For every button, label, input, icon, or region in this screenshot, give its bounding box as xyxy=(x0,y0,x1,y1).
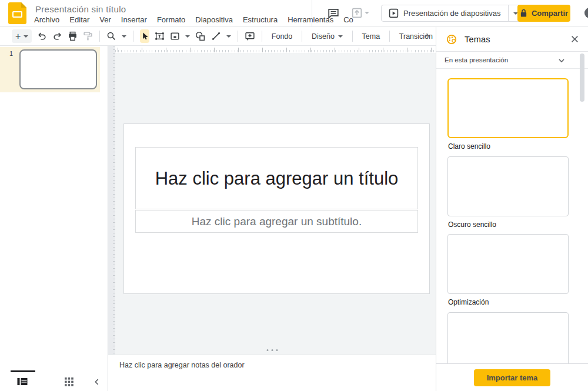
logo-fold-shadow xyxy=(21,2,26,8)
header-divider xyxy=(312,0,312,26)
toolbar-divider xyxy=(262,31,262,42)
close-panel-button[interactable] xyxy=(570,35,580,44)
plus-icon: + xyxy=(15,31,21,42)
themes-panel: Temas En esta presentación Claro sencill… xyxy=(436,27,588,391)
slide-number: 1 xyxy=(9,50,13,57)
menu-item-formato[interactable]: Formato xyxy=(157,15,185,26)
slideshow-button[interactable]: Presentación de diapositivas xyxy=(382,5,508,21)
palette-icon xyxy=(446,34,457,45)
line-dropdown-caret[interactable] xyxy=(226,35,231,38)
menu-item-diapositiva[interactable]: Diapositiva xyxy=(195,15,233,26)
open-comments-button[interactable] xyxy=(327,7,340,20)
text-box-icon xyxy=(155,31,165,41)
filmstrip-footer xyxy=(0,370,108,391)
subtitle-placeholder-text: Haz clic para agregar un subtítulo. xyxy=(192,215,362,228)
selected-view-indicator xyxy=(11,370,35,372)
logo-slide-glyph xyxy=(12,11,22,18)
title-placeholder[interactable]: Haz clic para agregar un título xyxy=(135,147,418,209)
collapse-toolbar-button[interactable] xyxy=(423,32,433,41)
theme-claro-sencillo[interactable] xyxy=(447,78,569,138)
menu-item-ver[interactable]: Ver xyxy=(99,15,111,26)
printer-icon xyxy=(68,31,78,41)
layout-dropdown-caret xyxy=(338,35,343,38)
theme-button-label: Tema xyxy=(362,32,380,41)
shape-icon xyxy=(195,31,206,41)
filmstrip-view-button[interactable] xyxy=(17,377,28,386)
slideshow-split-button: Presentación de diapositivas xyxy=(381,5,523,22)
current-slide[interactable]: Haz clic para agregar un título Haz clic… xyxy=(123,123,430,294)
comment-icon xyxy=(328,8,339,19)
layout-button-label: Diseño xyxy=(312,32,335,41)
themes-panel-header: Temas xyxy=(436,27,588,52)
image-icon xyxy=(170,31,180,41)
share-button[interactable]: Compartir xyxy=(517,5,570,22)
insert-shape-button[interactable] xyxy=(195,29,206,44)
present-disabled-button xyxy=(352,8,369,18)
theme-label-optimizacion: Optimización xyxy=(448,298,489,306)
undo-icon xyxy=(37,31,47,41)
notes-resize-handle[interactable] xyxy=(266,349,278,351)
menu-item-insertar[interactable]: Insertar xyxy=(121,15,147,26)
panel-scrollbar[interactable] xyxy=(580,54,584,102)
google-slides-app: Presentación sin título Archivo Editar V… xyxy=(0,0,588,391)
theme-oscuro-sencillo[interactable] xyxy=(447,156,569,216)
subtitle-placeholder[interactable]: Haz clic para agregar un subtítulo. xyxy=(135,210,418,233)
collapse-filmstrip-button[interactable] xyxy=(92,377,101,386)
layout-button[interactable]: Diseño xyxy=(309,29,346,44)
insert-image-button[interactable] xyxy=(170,29,180,44)
vertical-ruler xyxy=(108,46,115,355)
toolbar-divider xyxy=(389,31,390,42)
menu-item-estructura[interactable]: Estructura xyxy=(243,15,278,26)
toolbar-divider xyxy=(133,31,133,42)
zoom-button[interactable] xyxy=(106,29,116,44)
toolbar-divider xyxy=(302,31,302,42)
menu-item-archivo[interactable]: Archivo xyxy=(34,15,59,26)
chevron-left-icon xyxy=(92,377,101,386)
cursor-icon xyxy=(141,32,149,41)
present-dropdown-caret xyxy=(365,12,369,14)
share-button-label: Compartir xyxy=(532,9,568,18)
insert-line-button[interactable] xyxy=(211,29,221,44)
print-button[interactable] xyxy=(68,29,78,44)
import-theme-button[interactable]: Importar tema xyxy=(474,369,550,386)
chevron-down-icon xyxy=(557,56,566,65)
avatar[interactable] xyxy=(584,8,588,18)
new-slide-dropdown-caret[interactable] xyxy=(24,35,28,38)
slide-1-thumbnail[interactable] xyxy=(19,49,97,89)
zoom-dropdown-caret[interactable] xyxy=(122,35,126,38)
section-label: En esta presentación xyxy=(445,56,508,64)
menu-item-editar[interactable]: Editar xyxy=(69,15,89,26)
text-box-button[interactable] xyxy=(155,29,165,44)
chevron-up-icon xyxy=(423,32,432,40)
redo-button[interactable] xyxy=(52,29,62,44)
present-up-icon xyxy=(352,8,362,18)
undo-button[interactable] xyxy=(37,29,47,44)
main-toolbar: + xyxy=(0,27,436,46)
new-slide-button[interactable]: + xyxy=(12,29,32,43)
app-header: Presentación sin título Archivo Editar V… xyxy=(0,0,588,27)
grid-view-button[interactable] xyxy=(65,377,74,386)
background-button-label: Fondo xyxy=(272,32,292,41)
speaker-notes-area[interactable]: Haz clic para agregar notas del orador xyxy=(108,355,436,391)
close-icon xyxy=(570,35,579,44)
toolbar-divider xyxy=(352,31,353,42)
slide-canvas-area: Haz clic para agregar un título Haz clic… xyxy=(108,46,436,355)
play-presentation-icon xyxy=(389,8,399,18)
title-placeholder-text: Haz clic para agregar un título xyxy=(150,166,404,191)
image-dropdown-caret[interactable] xyxy=(185,35,190,38)
background-button[interactable]: Fondo xyxy=(269,29,295,44)
paint-roller-icon xyxy=(83,31,93,41)
document-title[interactable]: Presentación sin título xyxy=(35,4,126,14)
insert-comment-button[interactable] xyxy=(245,29,255,44)
line-icon xyxy=(211,31,221,41)
theme-optimizacion[interactable] xyxy=(447,234,569,294)
toolbar-divider xyxy=(238,31,238,42)
theme-button[interactable]: Tema xyxy=(359,29,383,44)
in-this-presentation-row[interactable]: En esta presentación xyxy=(436,52,588,69)
magnifier-icon xyxy=(106,31,116,41)
slideshow-button-label: Presentación de diapositivas xyxy=(403,9,501,18)
filmstrip-slide-1[interactable]: 1 xyxy=(0,47,100,92)
redo-icon xyxy=(52,31,62,41)
select-tool-button[interactable] xyxy=(140,29,150,43)
slides-logo[interactable] xyxy=(8,2,26,24)
